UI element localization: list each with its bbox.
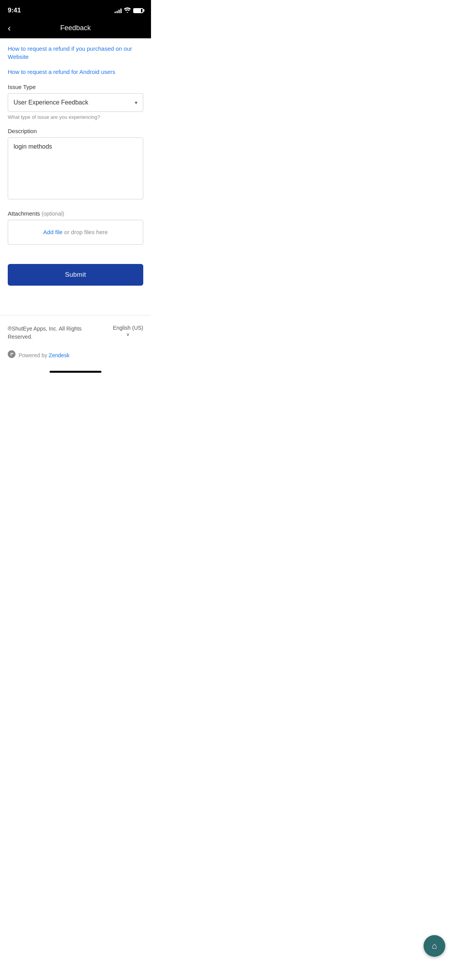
signal-icon <box>115 8 122 13</box>
chevron-down-icon: ▾ <box>135 99 137 106</box>
description-section: Description login methods <box>8 128 143 201</box>
main-content: How to request a refund if you purchased… <box>0 38 151 300</box>
file-drop-content: Add file or drop files here <box>43 229 108 235</box>
navigation-header: ‹ Feedback <box>0 19 151 38</box>
submit-button[interactable]: Submit <box>8 264 143 286</box>
language-chevron-icon: ∨ <box>126 332 130 337</box>
file-drop-area[interactable]: Add file or drop files here <box>8 220 143 245</box>
powered-by-text: Powered by Zendesk <box>19 352 70 358</box>
issue-type-section: Issue Type User Experience Feedback ▾ Wh… <box>8 84 143 120</box>
page-title: Feedback <box>60 24 91 32</box>
language-selector[interactable]: English (US) ∨ <box>113 325 143 337</box>
description-label: Description <box>8 128 143 134</box>
footer-copyright: ®ShutEye Apps, Inc. All Rights Reserved. <box>8 325 82 341</box>
wifi-icon <box>124 7 131 14</box>
refund-android-link[interactable]: How to request a refund for Android user… <box>8 68 143 76</box>
issue-type-hint: What type of issue are you experiencing? <box>8 114 143 120</box>
description-textarea[interactable]: login methods <box>8 137 143 199</box>
submit-section: Submit <box>8 264 143 286</box>
issue-type-value: User Experience Feedback <box>14 99 88 106</box>
footer: ®ShutEye Apps, Inc. All Rights Reserved.… <box>0 315 151 350</box>
refund-website-link[interactable]: How to request a refund if you purchased… <box>8 45 143 61</box>
issue-type-display[interactable]: User Experience Feedback ▾ <box>8 94 143 111</box>
powered-by-section: Powered by Zendesk <box>0 350 151 368</box>
home-indicator <box>50 371 101 373</box>
zendesk-icon <box>8 350 15 360</box>
battery-icon <box>133 8 143 13</box>
bottom-bar <box>0 368 151 384</box>
attachments-label: Attachments (optional) <box>8 210 143 217</box>
attachments-section: Attachments (optional) Add file or drop … <box>8 210 143 245</box>
status-time: 9:41 <box>8 7 21 14</box>
add-file-link[interactable]: Add file <box>43 229 63 235</box>
issue-type-label: Issue Type <box>8 84 143 90</box>
zendesk-link[interactable]: Zendesk <box>49 352 70 358</box>
status-icons <box>115 7 143 14</box>
issue-type-select[interactable]: User Experience Feedback ▾ <box>8 93 143 112</box>
back-button[interactable]: ‹ <box>8 24 11 33</box>
status-bar: 9:41 <box>0 0 151 19</box>
language-label: English (US) <box>113 325 143 331</box>
